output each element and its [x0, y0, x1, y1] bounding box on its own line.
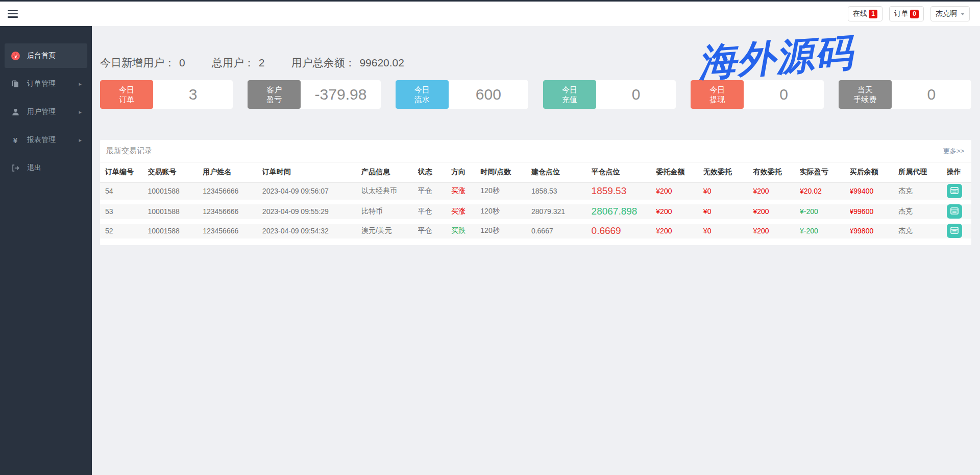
col-valid-entrust: 有效委托	[753, 162, 800, 182]
valid-entrust-cell: ¥200	[753, 221, 800, 241]
order-detail-icon	[950, 187, 959, 196]
stat-card-label: 今日订单	[100, 80, 153, 109]
online-button[interactable]: 在线 1	[848, 6, 883, 21]
more-link[interactable]: 更多>>	[943, 147, 964, 156]
user-icon	[10, 108, 20, 116]
view-order-button[interactable]	[947, 204, 962, 219]
username-cell: 123456666	[203, 221, 262, 241]
sidebar-nav: 后台首页订单管理▸用户管理▸¥报表管理▸退出	[0, 43, 92, 180]
actual-pnl-cell: ¥20.02	[800, 182, 850, 202]
stat-card-today-orders: 今日订单3	[100, 80, 233, 109]
order-id-cell: 52	[100, 221, 148, 241]
chevron-right-icon: ▸	[79, 81, 82, 87]
sidebar-item-label: 退出	[27, 163, 41, 173]
stat-card-value: 600	[449, 80, 528, 109]
chevron-right-icon: ▸	[79, 137, 82, 144]
entrust-amount-cell: ¥200	[656, 182, 703, 202]
direction-cell: 买涨	[451, 202, 480, 221]
stat-value: 2	[259, 57, 265, 68]
col-order-id: 订单编号	[100, 162, 148, 182]
sidebar-item-home[interactable]: 后台首页	[5, 43, 87, 68]
stat-card-label: 客户盈亏	[248, 80, 301, 109]
open-point-cell: 0.6667	[531, 221, 592, 241]
duration-cell: 120秒	[480, 182, 531, 202]
balance-after-cell: ¥99400	[850, 182, 899, 202]
stat-label: 总用户：	[212, 57, 255, 68]
username: 杰克啊	[936, 9, 957, 18]
col-open-point: 建仓点位	[531, 162, 592, 182]
product-cell: 以太经典币	[361, 182, 418, 202]
col-agent: 所属代理	[898, 162, 947, 182]
stats-summary: 今日新增用户：0总用户：2用户总余额：99620.02	[100, 56, 971, 70]
stat-card-today-deposit: 今日充值0	[543, 80, 676, 109]
actual-pnl-cell: ¥-200	[800, 221, 850, 241]
col-duration: 时间/点数	[480, 162, 531, 182]
view-order-button[interactable]	[947, 224, 962, 238]
panel-title: 最新交易记录	[106, 146, 152, 156]
stat-card-label: 今日充值	[543, 80, 596, 109]
direction-cell: 买涨	[451, 182, 480, 202]
valid-entrust-cell: ¥200	[753, 182, 800, 202]
account-cell: 10001588	[148, 182, 203, 202]
stat-card-label: 当天手续费	[839, 80, 892, 109]
sidebar-item-label: 报表管理	[27, 135, 56, 145]
order-detail-icon	[950, 227, 959, 235]
sidebar-item-label: 后台首页	[27, 51, 56, 60]
col-direction: 方向	[451, 162, 480, 182]
order-id-cell: 54	[100, 182, 148, 202]
sidebar-item-order-management[interactable]: 订单管理▸	[5, 72, 87, 96]
close-point-cell: 28067.898	[592, 202, 656, 221]
online-label: 在线	[853, 9, 867, 18]
col-actual-pnl: 实际盈亏	[800, 162, 850, 182]
sidebar-item-user-management[interactable]: 用户管理▸	[5, 100, 87, 124]
stat-card-today-withdraw: 今日提现0	[691, 80, 823, 109]
stat-label: 今日新增用户：	[100, 57, 175, 68]
table-header-row: 订单编号交易账号用户姓名订单时间产品信息状态方向时间/点数建仓点位平仓点位委托金…	[100, 162, 971, 182]
stat-total-users: 总用户：2	[212, 56, 265, 70]
orders-label: 订单	[894, 9, 909, 18]
col-product: 产品信息	[361, 162, 418, 182]
latest-trades-panel: 最新交易记录 更多>> 订单编号交易账号用户姓名订单时间产品信息状态方向时间/点…	[100, 140, 971, 245]
online-count-badge: 1	[869, 10, 877, 18]
status-cell: 平仓	[418, 202, 451, 221]
sidebar-item-report-management[interactable]: ¥报表管理▸	[5, 128, 87, 152]
stat-cards: 今日订单3客户盈亏-379.98今日流水600今日充值0今日提现0当天手续费0	[100, 80, 971, 109]
col-account: 交易账号	[148, 162, 203, 182]
stat-card-value: -379.98	[301, 80, 380, 109]
sidebar-item-logout[interactable]: 退出	[5, 156, 87, 180]
stat-value: 99620.02	[359, 57, 404, 68]
order-time-cell: 2023-04-09 09:56:07	[262, 182, 361, 202]
user-menu-button[interactable]: 杰克啊	[930, 6, 970, 21]
duration-cell: 120秒	[480, 202, 531, 221]
agent-cell: 杰克	[898, 221, 947, 241]
order-time-cell: 2023-04-09 09:54:32	[262, 221, 361, 241]
orders-button[interactable]: 订单 0	[889, 6, 924, 21]
status-cell: 平仓	[418, 221, 451, 241]
trades-table: 订单编号交易账号用户姓名订单时间产品信息状态方向时间/点数建仓点位平仓点位委托金…	[100, 162, 971, 243]
sidebar-item-label: 用户管理	[27, 107, 56, 116]
sidebar: 后台首页订单管理▸用户管理▸¥报表管理▸退出	[0, 26, 92, 475]
col-order-time: 订单时间	[262, 162, 361, 182]
entrust-amount-cell: ¥200	[656, 202, 703, 221]
table-row: 54100015881234566662023-04-09 09:56:07以太…	[100, 182, 971, 202]
menu-toggle-icon[interactable]	[8, 10, 18, 18]
table-row: 52100015881234566662023-04-09 09:54:32澳元…	[100, 221, 971, 241]
stat-new-users-today: 今日新增用户：0	[100, 56, 185, 70]
invalid-entrust-cell: ¥0	[703, 221, 753, 241]
username-cell: 123456666	[203, 202, 262, 221]
close-point-cell: 1859.53	[592, 182, 656, 202]
username-cell: 123456666	[203, 182, 262, 202]
status-cell: 平仓	[418, 182, 451, 202]
stat-card-value: 3	[153, 80, 233, 109]
action-cell	[947, 221, 971, 241]
stat-card-value: 0	[596, 80, 676, 109]
sidebar-item-label: 订单管理	[27, 79, 56, 88]
action-cell	[947, 182, 971, 202]
product-cell: 澳元/美元	[361, 221, 418, 241]
valid-entrust-cell: ¥200	[753, 202, 800, 221]
stat-total-balance: 用户总余额：99620.02	[291, 56, 404, 70]
account-cell: 10001588	[148, 221, 203, 241]
open-point-cell: 1858.53	[531, 182, 592, 202]
view-order-button[interactable]	[947, 184, 962, 198]
stat-card-today-fees: 当天手续费0	[839, 80, 971, 109]
